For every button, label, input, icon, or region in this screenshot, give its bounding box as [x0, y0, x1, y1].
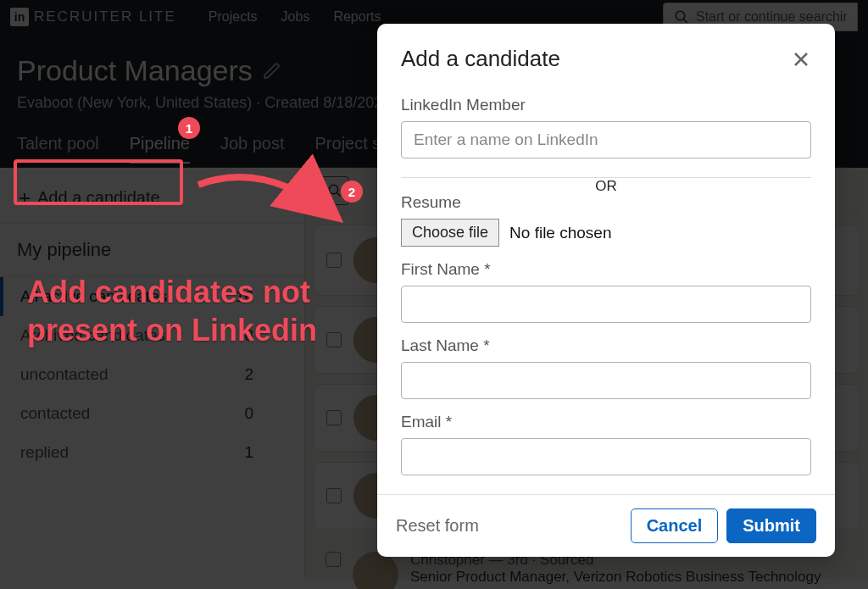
candidate-title: Senior Product Manager, Verizon Robotics…: [410, 569, 848, 586]
or-divider: OR: [401, 177, 811, 178]
brand-text: RECRUITER LITE: [34, 8, 176, 25]
page-title: Product Managers: [17, 54, 253, 87]
first-name-label: First Name *: [401, 260, 811, 279]
candidate-info: Christopher — 3rd · Sourced Senior Produ…: [410, 552, 848, 586]
select-checkbox[interactable]: [326, 552, 341, 567]
search-icon: [327, 183, 342, 198]
add-candidate-button[interactable]: Add a candidate: [0, 180, 304, 223]
select-checkbox[interactable]: [326, 488, 342, 503]
select-checkbox[interactable]: [326, 253, 342, 268]
modal-footer: Reset form Cancel Submit: [377, 494, 835, 557]
cancel-button[interactable]: Cancel: [631, 508, 719, 543]
pipeline-row-contacted[interactable]: contacted 0: [0, 394, 304, 433]
pipeline-row-count: 8: [244, 326, 253, 345]
submit-button[interactable]: Submit: [726, 508, 816, 543]
first-name-input[interactable]: [401, 286, 811, 323]
pipeline-row-label: Archived candidates: [20, 326, 165, 345]
nav-reports[interactable]: Reports: [333, 9, 381, 25]
close-icon[interactable]: [791, 49, 811, 69]
no-file-text: No file chosen: [509, 224, 611, 242]
pipeline-row-replied[interactable]: replied 1: [0, 433, 304, 472]
plus-icon: [17, 191, 32, 206]
pipeline-row-count: 0: [244, 404, 253, 423]
add-candidate-label: Add a candidate: [37, 188, 160, 208]
pipeline-row-all-active[interactable]: All active candidates 16: [0, 277, 304, 316]
pipeline-row-label: replied: [20, 443, 69, 462]
pipeline-row-uncontacted[interactable]: uncontacted 2: [0, 355, 304, 394]
choose-file-button[interactable]: Choose file: [401, 219, 499, 247]
add-candidate-modal: Add a candidate LinkedIn Member OR Resum…: [377, 24, 835, 557]
search-placeholder: Start or continue searching: [696, 9, 847, 25]
search-icon: [674, 9, 689, 25]
email-label: Email *: [401, 413, 811, 431]
pipeline-row-label: uncontacted: [20, 365, 108, 384]
linkedin-icon: in: [10, 8, 29, 26]
last-name-label: Last Name *: [401, 336, 811, 355]
select-checkbox[interactable]: [326, 332, 342, 347]
select-checkbox[interactable]: [326, 410, 342, 425]
svg-point-4: [329, 185, 338, 194]
svg-line-5: [337, 192, 341, 197]
svg-line-1: [683, 19, 687, 23]
pipeline-row-count: 1: [244, 443, 253, 462]
tab-job-post[interactable]: Job post: [220, 134, 285, 164]
linkedin-member-input[interactable]: [401, 121, 811, 158]
tab-talent-pool[interactable]: Talent pool: [17, 134, 99, 164]
brand-logo[interactable]: in RECRUITER LITE: [10, 8, 176, 26]
nav-projects[interactable]: Projects: [209, 9, 258, 25]
resume-label: Resume: [401, 193, 811, 212]
pipeline-header: My pipeline: [0, 223, 304, 277]
email-input[interactable]: [401, 438, 811, 475]
pipeline-sidebar: Add a candidate My pipeline All active c…: [0, 168, 305, 579]
modal-title: Add a candidate: [401, 46, 560, 72]
tab-pipeline[interactable]: Pipeline: [130, 134, 190, 164]
linkedin-member-label: LinkedIn Member: [401, 96, 811, 114]
svg-point-0: [676, 11, 685, 20]
pipeline-row-label: contacted: [20, 404, 90, 423]
search-candidates-button[interactable]: [320, 176, 349, 205]
modal-form: LinkedIn Member OR Resume Choose file No…: [377, 89, 835, 494]
pipeline-row-count: 2: [244, 365, 253, 384]
pipeline-row-count: 16: [236, 287, 253, 306]
nav-jobs[interactable]: Jobs: [281, 9, 310, 25]
pipeline-row-archived[interactable]: Archived candidates 8: [0, 316, 304, 355]
avatar: [353, 552, 398, 589]
reset-form-button[interactable]: Reset form: [396, 516, 479, 536]
edit-icon[interactable]: [263, 62, 281, 81]
pipeline-row-label: All active candidates: [20, 287, 167, 306]
last-name-input[interactable]: [401, 362, 811, 399]
